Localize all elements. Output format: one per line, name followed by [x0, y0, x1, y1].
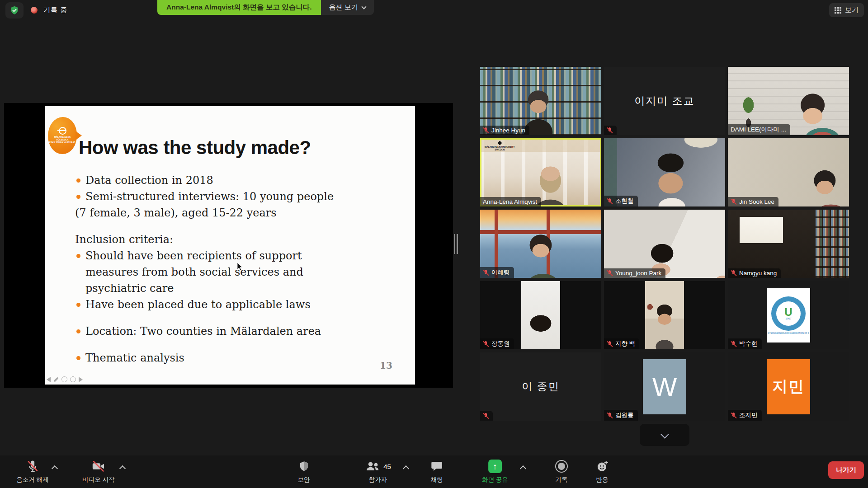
- muted-mic-icon: [607, 127, 613, 134]
- participant-tile[interactable]: U 1967 GYEONGSANGBUKDO ASSOCIATION OF SO…: [728, 281, 849, 349]
- view-layout-button[interactable]: 보기: [829, 3, 864, 17]
- muted-mic-icon: [607, 270, 613, 277]
- participant-tile[interactable]: 이혜령: [480, 210, 601, 278]
- grid-view-icon: [835, 7, 841, 14]
- bullet-icon: [76, 254, 80, 258]
- chat-icon: [430, 460, 443, 473]
- bullet-icon: [76, 303, 80, 307]
- video-off-icon: [91, 460, 106, 473]
- record-icon: [555, 460, 568, 473]
- participant-name-label: DAMI LEE(이다미 ...: [728, 124, 790, 135]
- participant-tile[interactable]: 이 종민: [480, 352, 601, 421]
- next-slide-icon: [79, 377, 83, 382]
- share-screen-icon: ↑: [488, 460, 502, 473]
- muted-mic-icon: [483, 127, 489, 134]
- participant-gallery: Jinhee Hyun 이지미 조교 DAMI LEE(이다미 ... MÄLA…: [480, 67, 849, 421]
- leave-meeting-button[interactable]: 나가기: [828, 461, 864, 479]
- participant-name-label: 박수현: [728, 338, 762, 349]
- bullet-icon: [76, 356, 80, 360]
- annotate-icon: [61, 376, 67, 382]
- gallery-scroll-down-button[interactable]: [640, 424, 689, 446]
- chevron-down-icon: [361, 4, 366, 9]
- slide-title: How was the study made?: [79, 137, 311, 159]
- chat-button[interactable]: 채팅: [430, 459, 443, 484]
- participant-tile-active-speaker[interactable]: MÄLARDALEN UNIVERSITY SWEDEN Anna-Lena A…: [480, 138, 601, 206]
- avatar: 지민: [767, 359, 810, 414]
- bullet-icon: [76, 178, 80, 183]
- participant-tile[interactable]: Namgyu kang: [728, 210, 849, 278]
- muted-mic-icon: [607, 412, 613, 419]
- participant-tile[interactable]: Young_joon Park: [604, 210, 725, 278]
- share-options-chevron[interactable]: [520, 465, 526, 472]
- muted-mic-icon: [731, 198, 736, 205]
- participants-button[interactable]: 45 참가자: [365, 459, 391, 484]
- participant-tile[interactable]: 지향 백: [604, 281, 725, 349]
- security-button[interactable]: 보안: [298, 459, 310, 484]
- participant-name-label: 장동원: [480, 338, 514, 349]
- muted-mic-icon: [483, 413, 489, 419]
- reactions-smiley-icon: [596, 460, 609, 473]
- audio-options-chevron[interactable]: [52, 465, 58, 472]
- participant-name-label: 조지민: [728, 410, 762, 421]
- more-options-icon: [70, 376, 76, 382]
- participant-name-label: Jin Sook Lee: [728, 197, 778, 206]
- participants-options-chevron[interactable]: [403, 465, 409, 472]
- slide-bullet: Data collection in 2018: [75, 172, 349, 188]
- participant-tile[interactable]: DAMI LEE(이다미 ...: [728, 67, 849, 135]
- participant-tile[interactable]: W 김원룡: [604, 352, 725, 421]
- muted-mic-icon: [607, 341, 613, 347]
- recording-label: 기록 중: [43, 6, 67, 14]
- muted-mic-icon: [26, 460, 39, 473]
- participant-display-name: 이 종민: [480, 352, 601, 421]
- meeting-toolbar: 음소거 해제 비디오 시작 보안: [0, 455, 868, 488]
- video-options-chevron[interactable]: [119, 465, 126, 472]
- participant-mute-label: [604, 126, 617, 135]
- muted-mic-icon: [731, 341, 736, 347]
- viewing-screen-banner: Anna-Lena Almqvist의 화면을 보고 있습니다. 옵션 보기: [157, 0, 374, 15]
- slide-page-number: 13: [380, 360, 392, 371]
- chevron-down-icon: [660, 430, 669, 438]
- participant-tile[interactable]: Jin Sook Lee: [728, 138, 849, 206]
- participant-name-label: 조현철: [604, 196, 638, 206]
- participant-display-name: 이지미 조교: [604, 67, 725, 135]
- participant-mute-label: [480, 411, 493, 421]
- slide-bullet: Location: Two counties in Mälardalen are…: [75, 323, 349, 339]
- viewing-screen-banner-text: Anna-Lena Almqvist의 화면을 보고 있습니다.: [157, 0, 321, 15]
- slide-bullet: Thematic analysis: [75, 350, 349, 366]
- muted-mic-icon: [731, 270, 736, 277]
- encryption-shield-button[interactable]: [5, 2, 24, 19]
- university-watermark: MÄLARDALEN UNIVERSITY SWEDEN: [485, 141, 515, 151]
- content-gallery-divider-handle[interactable]: [454, 234, 459, 254]
- participant-name-label: 김원룡: [604, 410, 638, 421]
- participant-name-label: Jinhee Hyun: [480, 126, 529, 135]
- participant-name-label: Anna-Lena Almqvist: [480, 197, 541, 206]
- participants-count: 45: [383, 463, 391, 470]
- presenter-controls: [47, 376, 83, 382]
- presentation-slide: MÄLARDALENS HÖGSKOLA ESKILSTUNA VÄSTERÅS…: [45, 106, 415, 385]
- association-logo: U 1967 GYEONGSANGBUKDO ASSOCIATION OF SO…: [767, 288, 810, 343]
- avatar: W: [643, 359, 686, 414]
- share-screen-button[interactable]: ↑ 화면 공유: [482, 459, 508, 484]
- shield-icon: [298, 460, 310, 473]
- top-bar: 기록 중 Anna-Lena Almqvist의 화면을 보고 있습니다. 옵션…: [0, 0, 868, 20]
- unmute-button[interactable]: 음소거 해제: [16, 459, 48, 484]
- participant-tile[interactable]: 장동원: [480, 281, 601, 349]
- muted-mic-icon: [483, 341, 489, 347]
- participant-tile[interactable]: Jinhee Hyun: [480, 67, 601, 135]
- participant-name-label: 이혜령: [480, 267, 514, 278]
- view-options-button[interactable]: 옵션 보기: [321, 0, 374, 15]
- slide-bullet: Semi-structured interviews: 10 young peo…: [75, 188, 349, 205]
- pen-icon: [54, 377, 59, 382]
- university-emblem-icon: [59, 127, 66, 135]
- start-video-button[interactable]: 비디오 시작: [82, 459, 114, 484]
- participant-tile[interactable]: 이지미 조교: [604, 67, 725, 135]
- participant-name-label: Namgyu kang: [728, 268, 781, 278]
- reactions-button[interactable]: 반응: [596, 459, 609, 484]
- muted-mic-icon: [607, 198, 613, 205]
- recording-indicator-icon: [31, 7, 38, 14]
- participant-tile[interactable]: 조현철: [604, 138, 725, 206]
- bullet-icon: [76, 195, 80, 199]
- record-button[interactable]: 기록: [555, 459, 568, 484]
- participant-name-label: Young_joon Park: [604, 268, 665, 278]
- participant-tile[interactable]: 지민 조지민: [728, 352, 849, 421]
